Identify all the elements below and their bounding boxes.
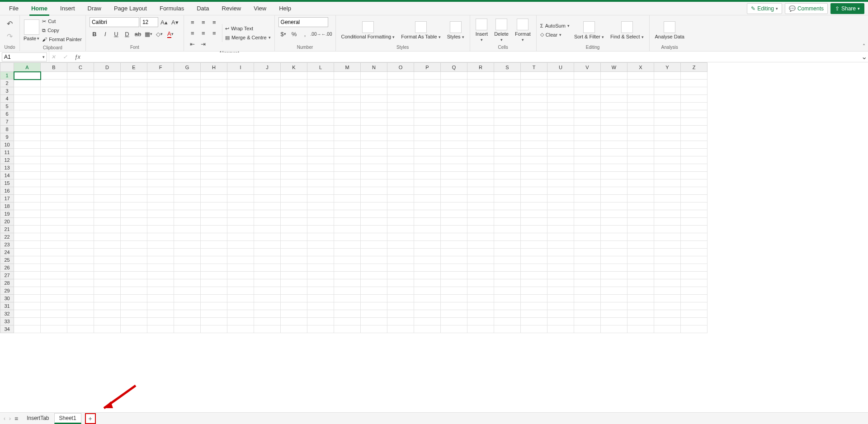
- cell[interactable]: [281, 233, 307, 241]
- cell[interactable]: [601, 118, 627, 126]
- row-header[interactable]: 31: [0, 302, 14, 310]
- cell[interactable]: [574, 179, 601, 187]
- cell[interactable]: [334, 95, 361, 103]
- cell[interactable]: [254, 126, 281, 133]
- cell[interactable]: [227, 310, 254, 318]
- cell[interactable]: [681, 279, 708, 287]
- cell[interactable]: [121, 249, 147, 256]
- cell[interactable]: [334, 233, 361, 241]
- cell[interactable]: [281, 149, 307, 156]
- cell[interactable]: [627, 279, 654, 287]
- cell[interactable]: [574, 249, 601, 256]
- cell[interactable]: [601, 95, 627, 103]
- cell[interactable]: [521, 80, 547, 87]
- cell[interactable]: [121, 295, 147, 302]
- cell[interactable]: [387, 302, 414, 310]
- align-left-button[interactable]: ≡: [188, 28, 198, 38]
- expand-formula-bar-button[interactable]: ⌄: [860, 52, 868, 61]
- cell[interactable]: [547, 156, 574, 164]
- cell[interactable]: [201, 287, 227, 295]
- cell[interactable]: [67, 256, 94, 264]
- cell[interactable]: [681, 95, 708, 103]
- cell[interactable]: [361, 164, 387, 172]
- cell[interactable]: [681, 110, 708, 118]
- cell[interactable]: [174, 287, 201, 295]
- cell[interactable]: [174, 256, 201, 264]
- cell[interactable]: [14, 72, 41, 80]
- cell[interactable]: [254, 302, 281, 310]
- cell[interactable]: [441, 72, 467, 80]
- cell[interactable]: [281, 195, 307, 203]
- row-header[interactable]: 5: [0, 103, 14, 110]
- cell[interactable]: [574, 118, 601, 126]
- cell[interactable]: [307, 203, 334, 210]
- cell[interactable]: [681, 103, 708, 110]
- cell[interactable]: [307, 195, 334, 203]
- cell[interactable]: [67, 126, 94, 133]
- cell[interactable]: [574, 264, 601, 272]
- cell[interactable]: [41, 149, 67, 156]
- cell[interactable]: [41, 172, 67, 179]
- cell[interactable]: [147, 141, 174, 149]
- cell[interactable]: [307, 149, 334, 156]
- cell[interactable]: [41, 295, 67, 302]
- column-header[interactable]: G: [174, 63, 201, 72]
- cell[interactable]: [547, 133, 574, 141]
- cell[interactable]: [121, 179, 147, 187]
- cell[interactable]: [441, 210, 467, 218]
- cell[interactable]: [14, 187, 41, 195]
- cell[interactable]: [227, 172, 254, 179]
- cell[interactable]: [361, 249, 387, 256]
- cell[interactable]: [201, 318, 227, 325]
- cell[interactable]: [94, 302, 121, 310]
- cell[interactable]: [201, 310, 227, 318]
- cell[interactable]: [14, 272, 41, 279]
- cell[interactable]: [174, 110, 201, 118]
- cell[interactable]: [547, 110, 574, 118]
- cell[interactable]: [441, 133, 467, 141]
- cell[interactable]: [334, 302, 361, 310]
- cell[interactable]: [627, 241, 654, 249]
- cell[interactable]: [14, 149, 41, 156]
- cell[interactable]: [441, 118, 467, 126]
- cell[interactable]: [467, 179, 494, 187]
- cell[interactable]: [574, 318, 601, 325]
- cell[interactable]: [147, 156, 174, 164]
- format-painter-button[interactable]: 🖌Format Painter: [42, 35, 82, 43]
- cell[interactable]: [94, 72, 121, 80]
- cell[interactable]: [547, 295, 574, 302]
- cell[interactable]: [601, 149, 627, 156]
- row-header[interactable]: 14: [0, 172, 14, 179]
- cell[interactable]: [41, 195, 67, 203]
- cell[interactable]: [494, 272, 521, 279]
- cell[interactable]: [254, 103, 281, 110]
- cell[interactable]: [387, 87, 414, 95]
- cell[interactable]: [281, 264, 307, 272]
- cell[interactable]: [467, 149, 494, 156]
- cell[interactable]: [67, 325, 94, 333]
- cell[interactable]: [67, 218, 94, 226]
- cell[interactable]: [334, 310, 361, 318]
- cell[interactable]: [681, 295, 708, 302]
- cell[interactable]: [654, 310, 681, 318]
- cell[interactable]: [174, 149, 201, 156]
- cell[interactable]: [574, 80, 601, 87]
- cell[interactable]: [414, 295, 441, 302]
- cell[interactable]: [281, 287, 307, 295]
- cell[interactable]: [574, 210, 601, 218]
- cell[interactable]: [67, 310, 94, 318]
- cell[interactable]: [174, 141, 201, 149]
- cell[interactable]: [467, 87, 494, 95]
- cell[interactable]: [361, 179, 387, 187]
- cell[interactable]: [467, 133, 494, 141]
- cell[interactable]: [41, 210, 67, 218]
- cell[interactable]: [494, 179, 521, 187]
- cell[interactable]: [654, 72, 681, 80]
- cell[interactable]: [307, 226, 334, 233]
- cell[interactable]: [654, 87, 681, 95]
- cell[interactable]: [361, 80, 387, 87]
- cell[interactable]: [281, 210, 307, 218]
- cell[interactable]: [67, 95, 94, 103]
- cell[interactable]: [387, 110, 414, 118]
- cell[interactable]: [147, 187, 174, 195]
